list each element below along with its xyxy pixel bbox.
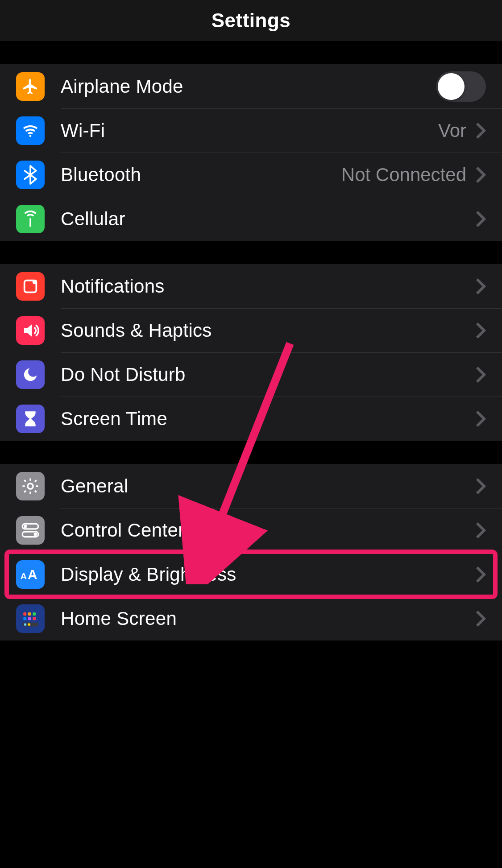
settings-group-alerts: Notifications Sounds & Haptics Do Not Di… [0, 264, 502, 441]
svg-rect-18 [28, 623, 30, 625]
chevron-right-icon [475, 410, 486, 428]
svg-rect-12 [33, 612, 36, 616]
apps-grid-icon [16, 604, 45, 633]
chevron-right-icon [475, 322, 486, 339]
moon-icon [16, 360, 45, 389]
chevron-right-icon [475, 166, 486, 184]
svg-point-2 [33, 279, 37, 284]
chevron-right-icon [475, 477, 486, 495]
row-value: Vor [438, 120, 466, 141]
chevron-right-icon [475, 610, 486, 628]
row-screentime[interactable]: Screen Time [0, 397, 502, 441]
group-gap [0, 441, 502, 464]
row-dnd[interactable]: Do Not Disturb [0, 352, 502, 397]
notifications-icon [16, 272, 45, 301]
page-title: Settings [0, 0, 502, 41]
gear-icon [16, 472, 45, 500]
cellular-icon [16, 205, 45, 233]
row-cellular[interactable]: Cellular [0, 197, 502, 241]
settings-group-device: General Control Center AA Display & Brig… [0, 464, 502, 641]
row-label: Screen Time [61, 408, 475, 430]
row-label: Wi-Fi [61, 120, 438, 141]
row-homescreen[interactable]: Home Screen [0, 596, 502, 641]
row-label: Cellular [61, 208, 475, 230]
airplane-toggle[interactable] [436, 71, 486, 102]
annotation-highlight-box [4, 550, 498, 599]
row-airplane[interactable]: Airplane Mode [0, 64, 502, 108]
row-general[interactable]: General [0, 464, 502, 508]
row-label: Sounds & Haptics [61, 320, 475, 341]
row-label: Do Not Disturb [61, 364, 475, 385]
svg-rect-13 [23, 617, 26, 620]
row-label: Home Screen [61, 608, 475, 629]
airplane-icon [16, 72, 45, 101]
chevron-right-icon [475, 521, 486, 539]
bluetooth-icon [16, 161, 45, 189]
chevron-right-icon [475, 122, 486, 140]
row-notifications[interactable]: Notifications [0, 264, 502, 308]
row-label: Airplane Mode [61, 76, 436, 97]
svg-rect-14 [28, 617, 31, 620]
row-value: Not Connected [341, 164, 466, 186]
svg-point-5 [24, 525, 27, 528]
chevron-right-icon [475, 210, 486, 228]
chevron-right-icon [475, 366, 486, 384]
row-label: Notifications [61, 276, 475, 297]
row-sounds[interactable]: Sounds & Haptics [0, 308, 502, 352]
hourglass-icon [16, 405, 45, 433]
group-gap [0, 241, 502, 264]
speaker-icon [16, 316, 45, 345]
row-label: Bluetooth [61, 164, 341, 186]
svg-rect-15 [33, 617, 36, 620]
switches-icon [16, 516, 45, 545]
wifi-icon [16, 116, 45, 145]
row-label: Control Center [61, 520, 475, 541]
svg-point-7 [34, 533, 37, 536]
settings-group-connectivity: Airplane Mode Wi-Fi Vor Bluetooth Not Co… [0, 64, 502, 241]
group-gap [0, 41, 502, 64]
svg-rect-10 [23, 612, 26, 616]
row-label: General [61, 475, 475, 497]
svg-rect-17 [24, 623, 26, 625]
svg-point-3 [28, 483, 33, 488]
svg-rect-11 [28, 612, 31, 616]
row-wifi[interactable]: Wi-Fi Vor [0, 108, 502, 153]
chevron-right-icon [475, 277, 486, 295]
row-bluetooth[interactable]: Bluetooth Not Connected [0, 153, 502, 197]
row-controlcenter[interactable]: Control Center [0, 508, 502, 552]
svg-point-0 [29, 135, 32, 137]
